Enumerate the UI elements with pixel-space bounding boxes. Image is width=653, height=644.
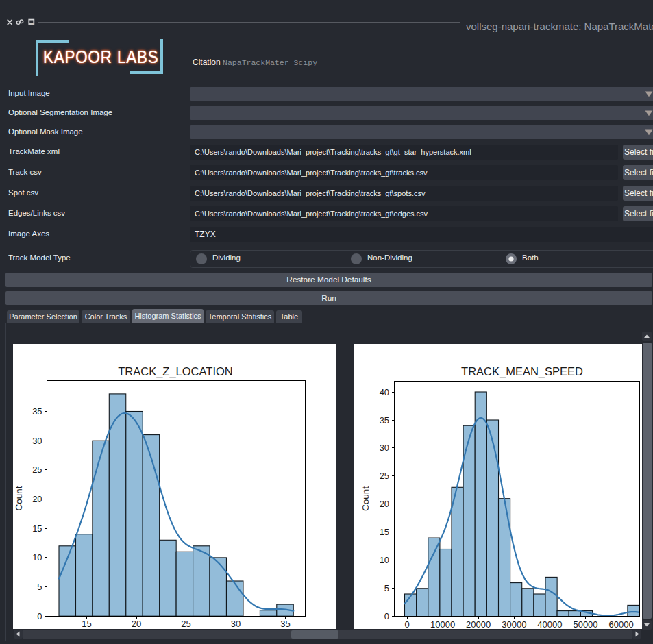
svg-text:20: 20 xyxy=(380,499,389,509)
svg-text:Count: Count xyxy=(14,486,24,510)
svg-text:30: 30 xyxy=(32,436,42,446)
svg-text:40: 40 xyxy=(380,387,389,397)
svg-text:15: 15 xyxy=(380,527,389,537)
svg-text:20000: 20000 xyxy=(466,619,491,629)
svg-text:40000: 40000 xyxy=(537,619,562,629)
svg-text:10000: 10000 xyxy=(430,619,455,629)
svg-text:35: 35 xyxy=(32,406,42,417)
svg-text:5: 5 xyxy=(384,583,389,593)
svg-text:25: 25 xyxy=(380,471,389,481)
svg-text:TRACK_MEAN_SPEED: TRACK_MEAN_SPEED xyxy=(461,365,583,378)
svg-text:0: 0 xyxy=(37,611,42,621)
svg-text:25: 25 xyxy=(181,619,190,629)
svg-text:35: 35 xyxy=(380,415,389,425)
svg-text:15: 15 xyxy=(32,523,42,534)
svg-text:25: 25 xyxy=(32,465,42,475)
svg-text:30: 30 xyxy=(380,443,389,453)
svg-text:30: 30 xyxy=(231,619,241,629)
svg-text:30000: 30000 xyxy=(502,619,526,629)
svg-text:10: 10 xyxy=(380,555,389,565)
svg-text:60000: 60000 xyxy=(609,619,634,629)
svg-text:35: 35 xyxy=(280,619,290,629)
svg-text:0: 0 xyxy=(384,611,389,621)
svg-text:10: 10 xyxy=(32,552,42,562)
svg-text:20: 20 xyxy=(32,494,42,504)
svg-text:0: 0 xyxy=(404,619,409,629)
svg-text:Count: Count xyxy=(360,486,371,511)
svg-text:TRACK_Z_LOCATION: TRACK_Z_LOCATION xyxy=(118,365,232,378)
svg-text:15: 15 xyxy=(82,619,91,629)
svg-text:50000: 50000 xyxy=(573,619,597,629)
svg-text:5: 5 xyxy=(37,582,42,592)
svg-text:20: 20 xyxy=(132,619,141,629)
